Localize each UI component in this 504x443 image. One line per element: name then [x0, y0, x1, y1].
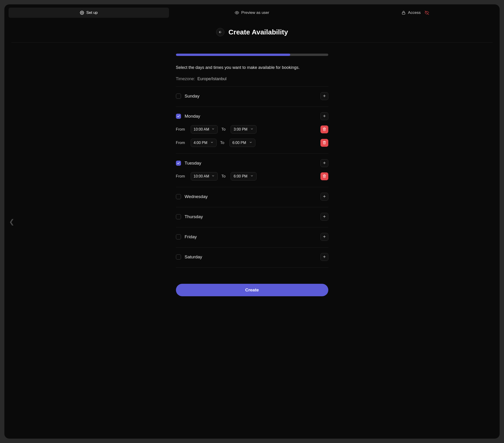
- day-header: Tuesday: [176, 159, 328, 167]
- app-window: ❮ Set up Preview as user Access: [4, 4, 500, 439]
- to-time-select[interactable]: 6:00 PM: [230, 139, 255, 147]
- from-label: From: [176, 174, 187, 179]
- add-slot-button-thursday[interactable]: [321, 213, 328, 221]
- from-time-value: 4:00 PM: [194, 141, 208, 145]
- time-slot-row: From10:00 AMTo3:00 PM: [176, 125, 328, 134]
- day-label: Tuesday: [185, 161, 201, 166]
- tab-set-up-label: Set up: [86, 10, 98, 15]
- svg-point-0: [82, 12, 83, 13]
- time-slot-row: From4:00 PMTo6:00 PM: [176, 139, 328, 147]
- progress-fill: [176, 54, 290, 56]
- chevron-down-icon: [210, 141, 214, 145]
- to-time-value: 6:00 PM: [234, 174, 248, 178]
- eye-off-icon: [425, 11, 429, 15]
- day-block-tuesday: TuesdayFrom10:00 AMTo6:00 PM: [176, 154, 328, 187]
- to-time-value: 6:00 PM: [233, 141, 246, 145]
- day-checkbox-monday[interactable]: [176, 114, 181, 119]
- to-time-value: 3:00 PM: [234, 127, 248, 132]
- plus-icon: [323, 194, 326, 199]
- from-time-select[interactable]: 10:00 AM: [191, 172, 218, 180]
- instructions-text: Select the days and times you want to ma…: [176, 65, 328, 70]
- eye-icon: [235, 11, 239, 15]
- day-checkbox-tuesday[interactable]: [176, 161, 181, 166]
- day-label: Friday: [185, 234, 197, 239]
- delete-slot-button[interactable]: [321, 139, 328, 147]
- tab-preview-label: Preview as user: [241, 10, 269, 15]
- timezone-value[interactable]: Europe/Istanbul: [198, 77, 227, 81]
- create-button[interactable]: Create: [176, 284, 328, 296]
- chevron-down-icon: [249, 141, 252, 145]
- day-checkbox-friday[interactable]: [176, 234, 181, 239]
- tab-set-up[interactable]: Set up: [9, 8, 169, 18]
- gear-icon: [80, 11, 84, 15]
- to-time-select[interactable]: 6:00 PM: [231, 172, 256, 180]
- to-label: To: [221, 174, 227, 179]
- plus-icon: [323, 255, 326, 259]
- back-button[interactable]: [216, 28, 224, 36]
- day-checkbox-wednesday[interactable]: [176, 194, 181, 199]
- add-slot-button-tuesday[interactable]: [321, 159, 328, 167]
- day-block-sunday: Sunday: [176, 86, 328, 107]
- tab-access[interactable]: Access: [335, 8, 495, 18]
- chevron-down-icon: [212, 174, 215, 178]
- day-label: Sunday: [185, 94, 199, 99]
- add-slot-button-sunday[interactable]: [321, 92, 328, 100]
- days-list: SundayMondayFrom10:00 AMTo3:00 PMFrom4:0…: [176, 86, 328, 268]
- day-block-saturday: Saturday: [176, 247, 328, 268]
- delete-slot-button[interactable]: [321, 125, 328, 133]
- add-slot-button-wednesday[interactable]: [321, 193, 328, 201]
- add-slot-button-friday[interactable]: [321, 233, 328, 241]
- plus-icon: [323, 161, 326, 165]
- add-slot-button-saturday[interactable]: [321, 253, 328, 261]
- top-tabbar: Set up Preview as user Access: [4, 4, 500, 20]
- progress-bar: [176, 54, 328, 56]
- plus-icon: [323, 94, 326, 98]
- from-time-value: 10:00 AM: [194, 174, 209, 178]
- day-checkbox-sunday[interactable]: [176, 94, 181, 99]
- tab-preview-as-user[interactable]: Preview as user: [172, 8, 332, 18]
- day-header: Thursday: [176, 213, 328, 221]
- delete-slot-button[interactable]: [321, 173, 328, 180]
- add-slot-button-monday[interactable]: [321, 112, 328, 120]
- day-block-friday: Friday: [176, 227, 328, 247]
- day-header: Friday: [176, 233, 328, 241]
- day-label: Monday: [185, 114, 200, 119]
- plus-icon: [323, 114, 326, 118]
- from-time-select[interactable]: 4:00 PM: [191, 139, 216, 147]
- to-time-select[interactable]: 3:00 PM: [231, 125, 256, 134]
- day-header: Saturday: [176, 253, 328, 261]
- plus-icon: [323, 215, 326, 219]
- from-time-value: 10:00 AM: [194, 127, 209, 132]
- tab-access-label: Access: [408, 10, 421, 15]
- chevron-down-icon: [250, 174, 253, 178]
- from-label: From: [176, 140, 187, 145]
- day-header: Wednesday: [176, 193, 328, 201]
- chevron-down-icon: [212, 127, 215, 132]
- page-title: Create Availability: [229, 28, 288, 36]
- from-time-select[interactable]: 10:00 AM: [191, 125, 218, 134]
- to-label: To: [221, 127, 227, 132]
- chevron-down-icon: [250, 127, 253, 132]
- svg-rect-2: [402, 13, 405, 14]
- page-header: Create Availability: [11, 20, 493, 42]
- to-label: To: [220, 140, 226, 145]
- from-label: From: [176, 127, 187, 132]
- day-block-wednesday: Wednesday: [176, 187, 328, 207]
- timezone-label: Timezone:: [176, 77, 195, 81]
- day-block-thursday: Thursday: [176, 207, 328, 227]
- plus-icon: [323, 235, 326, 239]
- trash-icon: [323, 127, 326, 132]
- svg-point-1: [236, 12, 237, 13]
- day-label: Saturday: [185, 254, 202, 260]
- day-header: Monday: [176, 112, 328, 120]
- time-slot-row: From10:00 AMTo6:00 PM: [176, 172, 328, 180]
- timezone-row: Timezone: Europe/Istanbul: [176, 77, 328, 81]
- day-label: Thursday: [185, 214, 203, 219]
- day-checkbox-thursday[interactable]: [176, 214, 181, 219]
- trash-icon: [323, 174, 326, 179]
- day-header: Sunday: [176, 92, 328, 100]
- trash-icon: [323, 141, 326, 145]
- lock-icon: [401, 11, 406, 15]
- day-block-monday: MondayFrom10:00 AMTo3:00 PMFrom4:00 PMTo…: [176, 107, 328, 154]
- day-checkbox-saturday[interactable]: [176, 254, 181, 260]
